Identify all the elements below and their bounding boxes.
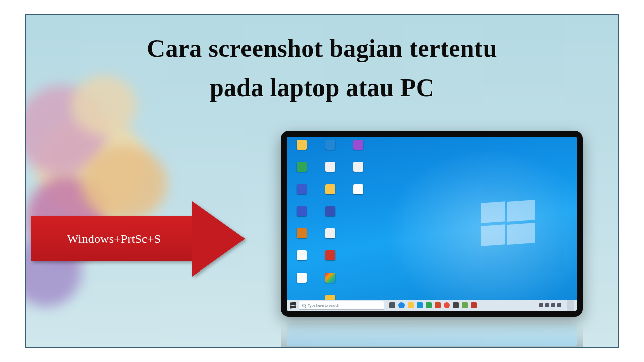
title-block: Cara screenshot bagian tertentu pada lap… — [26, 29, 618, 107]
tray-volume-icon[interactable] — [551, 303, 555, 307]
taskbar-app-icon[interactable] — [435, 302, 441, 308]
search-input[interactable]: Type here to search — [299, 301, 384, 310]
arrow-body: Windows+PrtSc+S — [31, 216, 197, 261]
desktop-icon[interactable] — [318, 206, 342, 226]
taskbar-app-icon[interactable] — [453, 302, 459, 308]
desktop-icon[interactable] — [290, 250, 314, 270]
tray-network-icon[interactable] — [545, 303, 549, 307]
search-placeholder: Type here to search — [308, 304, 339, 307]
taskbar: Type here to search — [287, 300, 577, 311]
desktop-icon[interactable] — [290, 162, 314, 182]
taskbar-app-icon[interactable] — [471, 302, 477, 308]
tray-chevron-up-icon[interactable] — [539, 303, 543, 307]
desktop-icon[interactable] — [346, 184, 370, 204]
monitor-bezel: Type here to search — [281, 131, 583, 317]
title-line-1: Cara screenshot bagian tertentu — [46, 29, 598, 68]
desktop-icon[interactable] — [346, 140, 370, 160]
desktop-icon[interactable] — [290, 206, 314, 226]
windows-start-icon — [290, 302, 296, 308]
taskbar-app-icon[interactable] — [426, 302, 432, 308]
keyboard-shortcut-arrow: Windows+PrtSc+S — [31, 201, 248, 277]
desktop-icon[interactable] — [318, 140, 342, 160]
notification-center-button[interactable] — [567, 300, 574, 311]
slide-frame: Cara screenshot bagian tertentu pada lap… — [25, 14, 619, 348]
tray-language-icon[interactable] — [557, 303, 561, 307]
search-icon — [302, 304, 306, 307]
desktop-icon[interactable] — [290, 184, 314, 204]
monitor-reflection-graphic — [281, 317, 583, 348]
desktop-icon[interactable] — [318, 228, 342, 248]
taskbar-app-icon[interactable] — [462, 302, 468, 308]
desktop-icon[interactable] — [318, 184, 342, 204]
desktop-icon[interactable] — [318, 162, 342, 182]
start-button[interactable] — [287, 300, 299, 311]
desktop-icon[interactable] — [290, 273, 314, 293]
tray-clock[interactable] — [564, 304, 565, 307]
windows-logo-icon — [481, 202, 536, 247]
taskbar-app-icon[interactable] — [398, 302, 405, 308]
taskbar-app-icon[interactable] — [417, 302, 423, 308]
system-tray — [539, 300, 577, 311]
taskbar-app-icon[interactable] — [389, 302, 395, 308]
arrow-text: Windows+PrtSc+S — [67, 232, 161, 246]
desktop-icon[interactable] — [318, 250, 342, 270]
taskbar-app-icon[interactable] — [444, 302, 450, 308]
desktop-icon[interactable] — [290, 140, 314, 160]
desktop-icon[interactable] — [318, 273, 342, 293]
desktop-icons-grid — [290, 140, 370, 311]
arrow-head-icon — [192, 201, 245, 277]
title-line-2: pada laptop atau PC — [46, 68, 598, 108]
taskbar-pinned-apps — [389, 302, 477, 308]
monitor-graphic: Type here to search — [281, 131, 583, 348]
windows-desktop-screen: Type here to search — [287, 137, 577, 311]
taskbar-app-icon[interactable] — [408, 302, 414, 308]
desktop-icon[interactable] — [290, 228, 314, 248]
desktop-icon[interactable] — [346, 162, 370, 182]
